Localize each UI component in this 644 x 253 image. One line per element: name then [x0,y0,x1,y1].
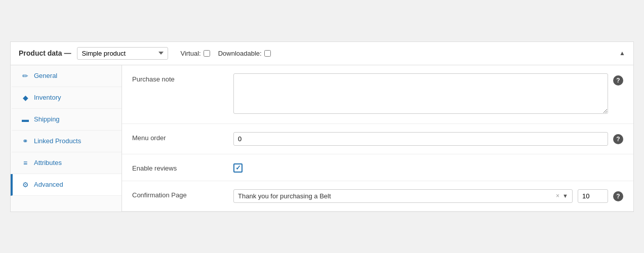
shipping-icon: ▬ [21,115,30,123]
menu-order-row: Menu order ? [122,124,633,154]
confirmation-page-value: Thank you for purchasing a Belt [238,192,553,200]
main-content: Purchase note ? Menu order [122,65,633,212]
sidebar-label-inventory: Inventory [34,94,61,101]
confirmation-page-label: Confirmation Page [132,189,223,199]
virtual-checkbox[interactable] [204,50,210,57]
sidebar-item-advanced[interactable]: ⚙ Advanced [11,174,122,196]
downloadable-label[interactable]: Downloadable: [218,50,271,57]
product-data-header: Product data — Simple product Virtual: D… [11,42,633,65]
downloadable-checkbox[interactable] [264,50,271,57]
product-type-select[interactable]: Simple product [77,47,168,60]
inventory-icon: ◆ [21,94,30,102]
confirmation-page-control: Thank you for purchasing a Belt × ▼ [233,189,608,203]
confirmation-clear-icon[interactable]: × [556,192,559,199]
sidebar-item-general[interactable]: ✏ General [11,65,122,87]
link-icon: ⚭ [21,137,30,145]
menu-order-input-wrapper [233,132,608,146]
confirmation-dropdown-icon[interactable]: ▼ [562,193,568,199]
purchase-note-label: Purchase note [132,73,223,83]
product-data-title: Product data — [19,49,71,57]
sidebar-label-general: General [34,72,57,79]
header-checkboxes: Virtual: Downloadable: [180,50,270,57]
purchase-note-help-icon[interactable]: ? [613,75,623,86]
confirmation-number-input[interactable] [578,189,608,203]
gear-icon: ⚙ [21,181,30,189]
sidebar-label-attributes: Attributes [34,159,62,166]
sidebar-label-shipping: Shipping [34,115,60,123]
virtual-label[interactable]: Virtual: [180,50,210,57]
purchase-note-row: Purchase note ? [122,65,633,124]
sidebar-item-shipping[interactable]: ▬ Shipping [11,109,122,131]
sidebar-item-inventory[interactable]: ◆ Inventory [11,87,122,109]
confirmation-page-row: Confirmation Page Thank you for purchasi… [122,181,633,212]
purchase-note-control: ? [233,73,623,115]
confirmation-page-select[interactable]: Thank you for purchasing a Belt × ▼ [233,189,573,203]
purchase-note-textarea[interactable] [233,73,608,114]
product-data-body: ✏ General ◆ Inventory ▬ Shipping ⚭ Linke… [11,65,633,212]
purchase-note-input-wrapper [233,73,608,115]
sidebar-item-attributes[interactable]: ≡ Attributes [11,152,122,174]
confirmation-page-control-wrapper: Thank you for purchasing a Belt × ▼ ? [233,189,623,203]
sidebar: ✏ General ◆ Inventory ▬ Shipping ⚭ Linke… [11,65,122,212]
confirmation-page-help-icon[interactable]: ? [613,191,623,201]
enable-reviews-control [233,162,623,173]
menu-order-control: ? [233,132,623,146]
enable-reviews-checkbox[interactable] [233,163,243,173]
enable-reviews-row: Enable reviews [122,154,633,181]
product-data-box: Product data — Simple product Virtual: D… [10,41,634,212]
collapse-button[interactable]: ▲ [619,50,625,57]
sidebar-label-advanced: Advanced [34,181,63,188]
menu-order-input[interactable] [233,132,608,146]
menu-order-help-icon[interactable]: ? [613,134,623,144]
enable-reviews-label: Enable reviews [132,162,223,172]
sidebar-item-linked-products[interactable]: ⚭ Linked Products [11,131,122,152]
pencil-icon: ✏ [21,72,30,80]
menu-order-label: Menu order [132,132,223,142]
sidebar-label-linked-products: Linked Products [34,137,81,145]
attributes-icon: ≡ [21,159,30,167]
